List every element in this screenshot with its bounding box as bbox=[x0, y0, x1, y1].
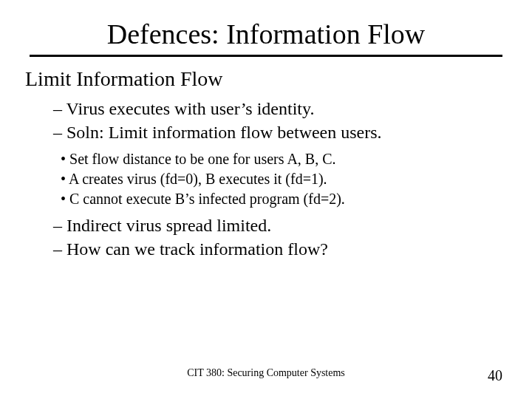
list-item: Set flow distance to be one for users A,… bbox=[61, 149, 502, 169]
list-item: How can we track information flow? bbox=[53, 237, 502, 261]
bullet-list-bottom: Indirect virus spread limited. How can w… bbox=[53, 214, 502, 262]
bullet-list-top: Virus executes with user’s identity. Sol… bbox=[53, 97, 502, 145]
list-item: C cannot execute B’s infected program (f… bbox=[61, 189, 502, 209]
list-item: Virus executes with user’s identity. bbox=[53, 97, 502, 120]
list-item: Indirect virus spread limited. bbox=[53, 214, 502, 237]
slide-title: Defences: Information Flow bbox=[30, 18, 502, 50]
bullet-list-sub: Set flow distance to be one for users A,… bbox=[61, 149, 502, 209]
title-rule bbox=[30, 55, 502, 57]
slide: Defences: Information Flow Limit Informa… bbox=[0, 0, 532, 399]
slide-footer: CIT 380: Securing Computer Systems 40 bbox=[0, 367, 532, 384]
slide-subtitle: Limit Information Flow bbox=[25, 67, 502, 91]
footer-course: CIT 380: Securing Computer Systems bbox=[187, 367, 345, 379]
list-item: A creates virus (fd=0), B executes it (f… bbox=[61, 169, 502, 189]
list-item: Soln: Limit information flow between use… bbox=[53, 120, 502, 144]
footer-page-number: 40 bbox=[488, 367, 502, 384]
